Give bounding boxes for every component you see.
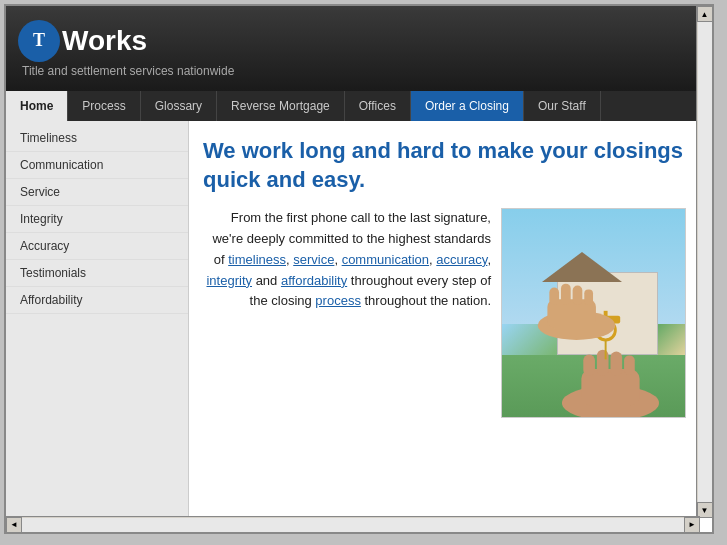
logo-subtitle: Title and settlement services nationwide [22,64,234,78]
nav-item-our-staff[interactable]: Our Staff [524,91,601,121]
content-area: T Works Title and settlement services na… [6,6,700,520]
browser-window: T Works Title and settlement services na… [4,4,714,534]
link-integrity[interactable]: integrity [206,273,252,288]
site-header: T Works Title and settlement services na… [6,6,700,91]
sidebar: Timeliness Communication Service Integri… [6,121,189,520]
nav-item-home[interactable]: Home [6,91,68,121]
svg-rect-15 [584,289,593,305]
sidebar-item-integrity[interactable]: Integrity [6,206,188,233]
link-accuracy[interactable]: accuracy [436,252,487,267]
nav-item-process[interactable]: Process [68,91,140,121]
link-process[interactable]: process [315,293,361,308]
body-final: throughout the nation. [361,293,491,308]
nav-item-reverse-mortgage[interactable]: Reverse Mortgage [217,91,345,121]
sidebar-item-testimonials[interactable]: Testimonials [6,260,188,287]
comma4: , [487,252,491,267]
sidebar-item-timeliness[interactable]: Timeliness [6,125,188,152]
navigation-bar: Home Process Glossary Reverse Mortgage O… [6,91,700,121]
svg-rect-5 [624,355,635,374]
sidebar-item-accuracy[interactable]: Accuracy [6,233,188,260]
body-paragraph: From the first phone call to the last si… [203,208,491,312]
logo-circle: T [18,20,60,62]
svg-rect-4 [610,351,622,375]
scroll-left-button[interactable]: ◄ [6,517,22,533]
nav-item-offices[interactable]: Offices [345,91,411,121]
main-headline: We work long and hard to make your closi… [203,137,686,194]
hand-keys-svg [502,272,685,418]
link-service[interactable]: service [293,252,334,267]
link-communication[interactable]: communication [342,252,429,267]
scrollbar-bottom[interactable]: ◄ ► [6,516,700,532]
link-timeliness[interactable]: timeliness [228,252,286,267]
svg-rect-12 [549,287,559,304]
scroll-right-button[interactable]: ► [684,517,700,533]
svg-rect-2 [583,354,595,375]
logo-works: Works [62,25,147,57]
svg-rect-3 [597,349,609,375]
body-and: and [252,273,281,288]
svg-rect-14 [573,285,583,304]
sidebar-item-communication[interactable]: Communication [6,152,188,179]
scroll-track-right [698,22,712,502]
main-layout: Timeliness Communication Service Integri… [6,121,700,520]
link-affordability[interactable]: affordability [281,273,347,288]
scrollbar-right[interactable]: ▲ ▼ [696,6,712,518]
house-image [501,208,686,418]
svg-rect-13 [561,283,571,304]
scroll-track-bottom [22,518,684,532]
nav-item-order-closing[interactable]: Order a Closing [411,91,524,121]
main-content: We work long and hard to make your closi… [189,121,700,520]
comma2: , [334,252,341,267]
logo-t: T [33,30,45,51]
logo-container: T Works Title and settlement services na… [18,20,234,78]
sidebar-item-service[interactable]: Service [6,179,188,206]
house-scene [502,209,685,417]
logo-title: T Works [18,20,234,62]
nav-item-glossary[interactable]: Glossary [141,91,217,121]
body-text-area: From the first phone call to the last si… [203,208,686,418]
scroll-up-button[interactable]: ▲ [697,6,713,22]
sidebar-item-affordability[interactable]: Affordability [6,287,188,314]
